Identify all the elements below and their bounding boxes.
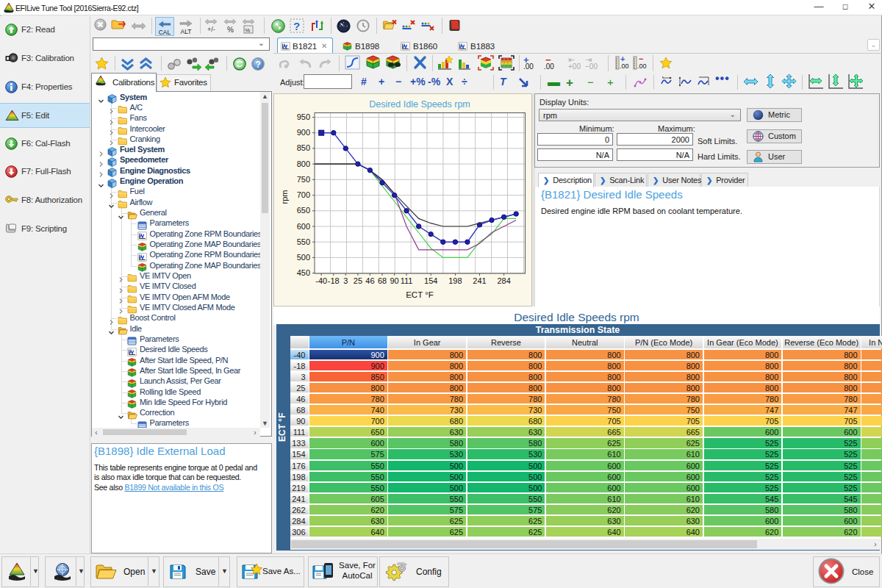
svg-text:rpm: rpm [280,190,289,204]
svg-text:154: 154 [424,276,437,285]
svg-text:-18: -18 [328,276,340,285]
svg-text:?: ? [256,60,261,70]
svg-text:550: 550 [297,237,310,246]
svg-text:%: % [227,26,234,34]
svg-text:241: 241 [473,276,486,285]
svg-text:850: 850 [297,143,310,152]
svg-text:-40: -40 [315,276,327,285]
svg-text:%: % [245,27,250,34]
svg-text:68: 68 [378,276,387,285]
svg-text:−00: −00 [585,62,598,71]
svg-text:ECT °F: ECT °F [406,290,434,299]
svg-text:?: ? [293,20,300,32]
svg-text:+00: +00 [568,62,581,71]
svg-text:.00: .00 [523,62,534,71]
svg-text:3: 3 [343,276,348,285]
svg-text:25: 25 [354,276,362,285]
svg-text:+/-: +/- [207,26,215,33]
svg-text:900: 900 [297,128,310,137]
svg-text:700: 700 [297,190,310,199]
svg-text:950: 950 [297,112,310,121]
svg-text:.00: .00 [620,62,629,70]
svg-text:650: 650 [297,206,310,215]
svg-text:90: 90 [390,276,398,285]
svg-text:46: 46 [365,276,374,285]
svg-text:750: 750 [297,175,310,184]
svg-text:800: 800 [297,159,310,168]
svg-text:284: 284 [497,276,510,285]
svg-text:600: 600 [297,222,310,231]
svg-text:500: 500 [297,253,310,262]
svg-text:450: 450 [297,268,310,277]
svg-text:.00: .00 [544,62,554,71]
svg-text:111: 111 [401,276,413,285]
svg-text:198: 198 [448,276,462,285]
svg-text:Desired Idle Speeds rpm: Desired Idle Speeds rpm [369,99,470,110]
svg-text:.00: .00 [637,62,647,70]
